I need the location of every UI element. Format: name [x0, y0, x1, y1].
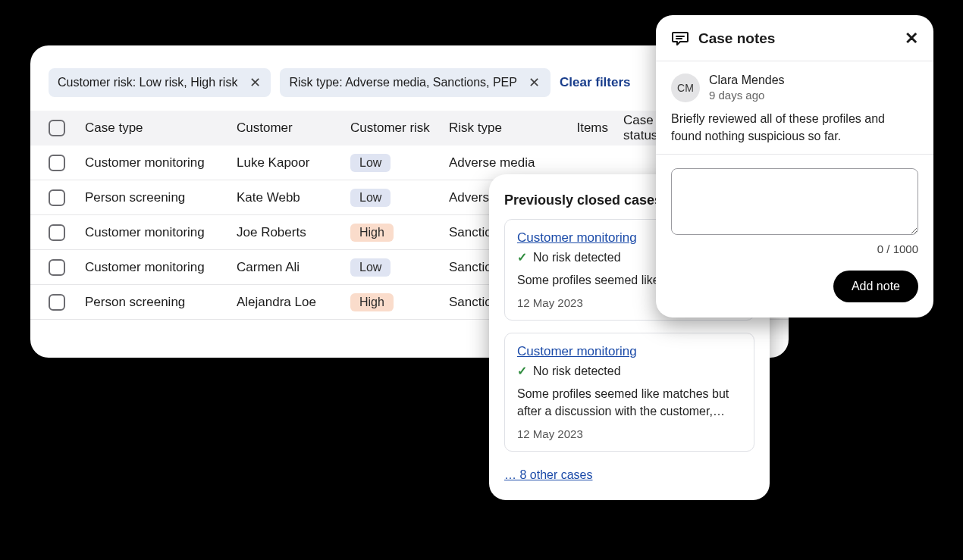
risk-badge: Low: [350, 154, 391, 172]
note-author-name: Clara Mendes: [709, 74, 785, 87]
closed-case-link[interactable]: Customer monitoring: [517, 344, 637, 359]
closed-case-item[interactable]: Customer monitoring ✓ No risk detected S…: [504, 333, 754, 452]
closed-case-date: 12 May 2023: [517, 427, 742, 440]
row-checkbox[interactable]: [49, 155, 65, 171]
filter-chip-label: Customer risk: Low risk, High risk: [58, 76, 237, 89]
notes-header: Case notes ✕: [656, 15, 933, 61]
note-textarea[interactable]: [671, 168, 918, 235]
closed-case-desc: Some profiles seemed like matches but af…: [517, 386, 742, 420]
filter-chip-label: Risk type: Adverse media, Sanctions, PEP: [289, 76, 517, 89]
more-cases-link[interactable]: … 8 other cases: [504, 468, 593, 482]
col-header-items[interactable]: Items: [547, 120, 608, 136]
cell-customer-risk: Low: [350, 258, 449, 277]
cell-customer-risk: High: [350, 224, 449, 242]
row-checkbox[interactable]: [49, 294, 65, 311]
add-note-button[interactable]: Add note: [833, 271, 918, 302]
risk-status-line: ✓ No risk detected: [517, 364, 742, 378]
check-icon: ✓: [517, 250, 527, 264]
col-header-case-type[interactable]: Case type: [85, 120, 237, 136]
cell-customer-risk: High: [350, 293, 449, 311]
cell-case-type: Customer monitoring: [85, 225, 237, 240]
avatar: CM: [671, 74, 700, 102]
note-timestamp: 9 days ago: [709, 89, 785, 102]
row-checkbox[interactable]: [49, 259, 65, 276]
notes-title: Case notes: [698, 30, 896, 47]
risk-status-text: No risk detected: [533, 364, 621, 378]
existing-note: CM Clara Mendes 9 days ago Briefly revie…: [656, 61, 933, 155]
cell-customer: Joe Roberts: [237, 225, 350, 240]
col-header-customer-risk[interactable]: Customer risk: [350, 120, 449, 136]
select-all-checkbox[interactable]: [49, 120, 65, 136]
cell-case-type: Person screening: [85, 295, 237, 310]
cell-customer: Luke Kapoor: [237, 155, 350, 171]
cell-case-type: Person screening: [85, 190, 237, 205]
case-notes-panel: Case notes ✕ CM Clara Mendes 9 days ago …: [656, 15, 933, 318]
close-icon[interactable]: ✕: [528, 74, 541, 91]
clear-filters-link[interactable]: Clear filters: [560, 75, 631, 90]
row-checkbox[interactable]: [49, 189, 65, 206]
chat-icon: [671, 30, 689, 47]
cell-customer: Carmen Ali: [237, 260, 350, 275]
filter-chip-risk-type[interactable]: Risk type: Adverse media, Sanctions, PEP…: [280, 68, 551, 97]
risk-badge: High: [350, 293, 394, 311]
cell-case-type: Customer monitoring: [85, 260, 237, 275]
filter-chip-customer-risk[interactable]: Customer risk: Low risk, High risk ✕: [49, 68, 271, 97]
closed-case-link[interactable]: Customer monitoring: [517, 230, 637, 246]
col-header-customer[interactable]: Customer: [237, 120, 350, 136]
close-icon[interactable]: ✕: [248, 74, 262, 91]
row-checkbox[interactable]: [49, 224, 65, 241]
note-compose-area: 0 / 1000 Add note: [656, 155, 933, 318]
check-icon: ✓: [517, 364, 527, 378]
cell-customer-risk: Low: [350, 154, 449, 172]
col-header-risk-type[interactable]: Risk type: [449, 120, 547, 136]
risk-badge: Low: [350, 189, 391, 207]
risk-badge: Low: [350, 258, 391, 277]
cell-customer: Alejandra Loe: [237, 295, 350, 310]
cell-case-type: Customer monitoring: [85, 155, 237, 171]
cell-customer-risk: Low: [350, 189, 449, 207]
note-text: Briefly reviewed all of these profiles a…: [671, 110, 918, 145]
risk-status-text: No risk detected: [533, 251, 621, 264]
close-icon[interactable]: ✕: [905, 29, 918, 48]
cell-customer: Kate Webb: [237, 190, 350, 205]
char-count: 0 / 1000: [671, 242, 918, 255]
cell-risk-type: Adverse media: [449, 155, 547, 171]
risk-badge: High: [350, 224, 394, 242]
